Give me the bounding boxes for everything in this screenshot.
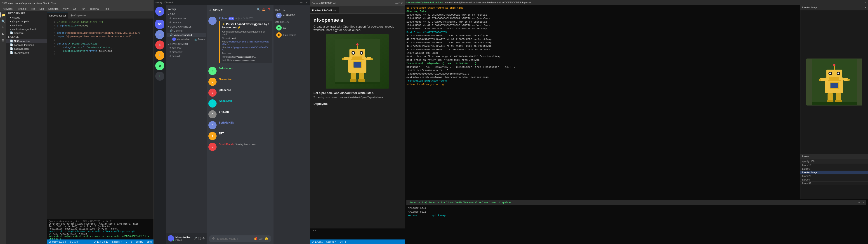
sushifresh-content: SushiFresh Sharing their screen [219,143,272,151]
img-minimize-icon[interactable]: — [861,6,864,9]
terminal-menu[interactable]: Terminal [15,7,28,11]
category-dev[interactable]: ▾ DEVELOPMENT [166,41,207,46]
explorer-icon[interactable]: 📁 [0,12,6,18]
close-icon[interactable]: ✕ [864,1,866,4]
tab-nft-openses[interactable]: ⬢ nft-openses [68,12,89,19]
readme-tabs: Preview README.md [310,6,405,13]
channel-dao-dev[interactable]: # dao-dev [167,20,206,24]
image-controls: opacity: 100 [800,159,868,163]
layer-37[interactable]: Layer 37 [800,182,868,185]
server-name[interactable]: sentry [166,5,207,12]
layer-inserted[interactable]: Inserted Image [800,171,868,175]
readme-statusbar-line: Ln 1, Col 1 [312,241,322,243]
pulsar-line-10: 42.0772700445763755 WMATIC => 99.395745 … [406,41,798,44]
sidebar-item-vscode[interactable]: ▸ vscode [6,16,47,20]
minimize-icon[interactable]: — [858,1,861,4]
mute-icon[interactable]: 🎤 [194,237,197,240]
channel-dao-proposal[interactable]: # dao-proposal [167,16,206,20]
server-home[interactable]: 🏠 [155,7,164,16]
member-cvh[interactable]: C CVH [275,24,308,31]
code-line-7: 7 contract NftContract is ERC721 { [49,42,152,45]
server-1[interactable]: N [155,30,164,39]
chat-input-box: ➕ 🎁 GIF 😊 [209,236,271,242]
tab-nftcontract[interactable]: NftContract.sol [47,12,68,19]
elite-trader-avatar: E [276,32,282,38]
add-attachment-icon[interactable]: ➕ [212,237,215,240]
settings-icon[interactable]: ⚙ [202,237,205,240]
selection-menu[interactable]: Selection [46,7,60,11]
server-3[interactable]: P [155,51,164,60]
lower-max-icon[interactable]: □ [861,201,862,204]
window-controls-right: — □ ✕ [858,1,866,4]
lower-min-icon[interactable]: — [859,201,860,204]
svg-rect-36 [847,79,850,81]
git-icon[interactable]: ⑂ [0,25,6,30]
chat-input-area: ➕ 🎁 GIF 😊 [207,234,274,244]
edit-menu[interactable]: Edit [38,7,46,11]
gif-icon[interactable]: GIF [259,237,264,240]
pulsar-line-6: 100.0 USDC => 41.7663123747241391225 WMA… [406,27,798,30]
1rt-content: 1RT [219,132,272,140]
img-close-icon[interactable]: ✕ [864,6,866,9]
channel-dictionary[interactable]: # dictionary [167,50,206,54]
inbox-icon[interactable]: 📥 [262,8,266,11]
go-menu[interactable]: Go [71,7,78,11]
pulsar-terminal-output[interactable]: No profitable trade found at this time S… [405,5,800,199]
help-icon-chat[interactable]: ❓ [268,8,271,11]
bot-badge: BOT [228,18,234,20]
sidebar-item-package-lock[interactable]: 📄 package-lock.json [6,43,47,47]
chat-area: # sentry 🔍 📥 ❓ P Pulsar BOT Aujou [207,5,274,244]
sidebar-item-package-json[interactable]: 📄 package.json [6,47,47,51]
layer-6b[interactable]: Layer 6 [800,178,868,182]
view-menu[interactable]: View [61,7,70,11]
channel-dev-talk[interactable]: # dev-talk [167,54,206,58]
lower-close-icon[interactable]: ✕ [863,201,864,204]
run-menu[interactable]: Run [79,7,87,11]
category-dao[interactable]: ▾ DAO [166,12,207,16]
chat-message-input[interactable] [217,237,252,240]
search-icon-chat[interactable]: 🔍 [257,8,260,11]
layer-6a[interactable]: Layer 6 [800,167,868,171]
sidebar-item-gitignore[interactable]: 📄 gitignore [6,31,47,35]
search-icon[interactable]: 🔍 [0,19,6,24]
server-dc[interactable]: DC [155,20,164,29]
file-menu[interactable]: File [29,7,37,11]
extensions-icon[interactable]: ⊞ [0,37,6,43]
channel-general-voice[interactable]: 🔊 General [167,28,206,33]
chat-header: # sentry 🔍 📥 ❓ [207,5,274,14]
sidebar-item-openzeppelin[interactable]: ▸ @openzeppelin [6,20,47,23]
terminal-line-5: remote: https://github.com/idecentralize… [49,230,152,233]
sidebar-item-readme[interactable]: 📄 README.md [6,51,47,55]
layer-27[interactable]: Layer 27 [800,175,868,178]
channel-voice-connected[interactable]: 🔊 Voice connected [167,33,206,37]
debug-icon[interactable]: ▶ [0,31,6,37]
member-elite-trader[interactable]: E Elite Trader [275,32,308,38]
sidebar-item-contracts-upgradeable[interactable]: ▸ contracts-upgradeable [6,27,47,31]
category-voice[interactable]: ▾ VOICE CHANNELS [166,24,207,28]
activities-menu[interactable]: Activities [1,7,14,11]
tab-preview-readme[interactable]: Preview README.md [310,7,339,13]
svg-point-20 [356,43,359,45]
terminal-menu2[interactable]: Terminal [88,7,101,11]
emoji-icon[interactable]: 😊 [265,237,268,240]
server-4[interactable]: W [155,61,164,70]
sidebar-item-nftcontract[interactable]: 📄 NftContract.sol [6,39,47,43]
message-sushifresh: S SushiFresh Sharing their screen [209,142,272,152]
server-2[interactable]: S [155,40,164,50]
gift-icon[interactable]: 🎁 [254,237,257,240]
code-editor[interactable]: 1 // SPDX-License-Identifier: MIT 2 prag… [47,19,153,219]
card-subtitle: A mutation transaction was detected on m… [222,30,270,36]
maximize-icon[interactable]: □ [862,1,863,4]
message-1rt: 1 1RT [209,131,272,141]
help-menu[interactable]: Help [102,7,111,11]
add-server-button[interactable]: + [155,72,164,81]
lower-right-terminal: idecentralize@idecentralize-linux:/media… [405,199,868,244]
readme-section-content-1: To deploy this contract: we use the defa… [313,96,401,99]
channel-dev-chat[interactable]: # dev-chat [167,46,206,50]
deafen-icon[interactable]: 🎧 [198,237,202,240]
member-aliendb0[interactable]: A ALIENDB0 [275,12,308,19]
chevron-icon-dao: ▾ [168,13,169,16]
sidebar-item-contracts[interactable]: ▸ contracts [6,23,47,27]
editor-area: NftContract.sol ⬢ nft-openses 1 // SPDX-… [47,11,153,244]
layer-13[interactable]: Layer 13 [800,163,868,167]
